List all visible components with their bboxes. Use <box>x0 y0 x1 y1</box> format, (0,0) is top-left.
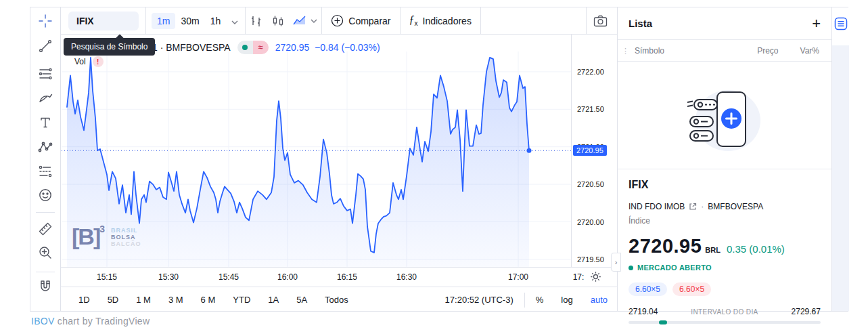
compare-button[interactable]: Comparar <box>331 14 390 27</box>
chart-area[interactable]: 2720.95 2722.002721.502721.002720.502720… <box>61 35 617 267</box>
range-button-ytd[interactable]: YTD <box>233 295 250 305</box>
symbol-details: IFIX IND FDO IMOB · BMFBOVESPA Índice 27… <box>618 169 831 324</box>
column-var[interactable]: Var% <box>800 46 819 56</box>
gear-icon <box>590 271 601 282</box>
ruler-tool-button[interactable] <box>35 219 55 239</box>
price-tick-label: 2722.00 <box>577 68 604 76</box>
log-scale-button[interactable]: log <box>561 295 572 305</box>
time-tick-label: 16:15 <box>337 272 357 282</box>
snapshot-button[interactable] <box>593 15 608 27</box>
zoom-in-icon <box>38 245 53 260</box>
trend-line-tool-button[interactable] <box>35 36 55 56</box>
indicators-button[interactable]: ƒx Indicadores <box>409 14 472 27</box>
b3-watermark: [B]3 BRASIL BOLSA BALCÃO <box>72 223 141 250</box>
symbol-search-button[interactable]: IFIX <box>68 12 139 30</box>
time-tick-label: 15:45 <box>219 272 239 282</box>
zoom-in-tool-button[interactable] <box>35 243 55 263</box>
details-price-row: 2720.95 BRL 0.35 (0.01%) <box>629 235 821 257</box>
external-link-icon[interactable] <box>689 203 697 211</box>
interval-button-30m[interactable]: 30m <box>175 13 204 29</box>
warning-badge[interactable]: ! <box>93 56 104 67</box>
price-axis[interactable]: 2720.95 2722.002721.502721.002720.502720… <box>571 35 617 267</box>
details-type: Índice <box>629 216 821 226</box>
bid-pill: 6.60×5 <box>629 282 667 296</box>
bottom-toolbar: 1D5D1 M3 M6 MYTD1A5ATodos 17:20:52 (UTC-… <box>61 287 617 312</box>
ruler-icon <box>38 222 53 236</box>
details-symbol: IFIX <box>629 179 821 191</box>
data-status-pill[interactable]: ≈ <box>237 41 269 54</box>
day-range-marker <box>659 320 667 324</box>
percent-scale-button[interactable]: % <box>536 295 544 305</box>
chevron-down-icon <box>311 19 317 23</box>
xabcd-pattern-tool-button[interactable] <box>35 137 55 157</box>
chart-column: IFIX 1m30m1h Comparar <box>61 7 617 311</box>
range-button-1d[interactable]: 1D <box>78 295 90 305</box>
market-open-dot-icon <box>629 266 633 270</box>
brush-icon <box>38 91 53 106</box>
circle-plus-icon <box>331 14 344 27</box>
toolbar-separator <box>480 7 481 34</box>
price-tick-label: 2720.50 <box>577 180 604 188</box>
panel-collapse-handle[interactable]: › <box>611 253 621 272</box>
indicators-label: Indicadores <box>423 16 472 26</box>
area-chart-icon <box>293 16 306 26</box>
watchlist-toggle-button[interactable] <box>833 16 848 34</box>
interval-button-1h[interactable]: 1h <box>205 13 227 29</box>
legend-symbol-text: 1 · BMFBOVESPA <box>152 42 231 53</box>
range-button-todos[interactable]: Todos <box>325 295 348 305</box>
range-button-6m[interactable]: 6 M <box>201 295 216 305</box>
market-status: MERCADO ABERTO <box>629 264 821 272</box>
column-symbol[interactable]: Símbolo <box>635 46 757 56</box>
auto-scale-button[interactable]: auto <box>591 295 608 305</box>
xabcd-pattern-icon <box>38 140 53 154</box>
emoji-icon <box>38 188 53 203</box>
candles-style-button[interactable] <box>271 15 285 27</box>
time-tick-label: 17: <box>573 272 585 282</box>
chart-settings-button[interactable] <box>590 271 601 285</box>
range-button-5a[interactable]: 5A <box>296 295 307 305</box>
right-rail <box>831 7 849 311</box>
bars-style-button[interactable] <box>250 15 263 27</box>
range-button-1m[interactable]: 1 M <box>136 295 151 305</box>
day-range-row: 2719.04 INTERVALO DO DIA 2729.67 <box>629 307 821 316</box>
day-low: 2719.04 <box>629 307 658 316</box>
toolbar-divider <box>36 212 55 213</box>
range-button-5d[interactable]: 5D <box>108 295 119 305</box>
details-exchange: BMFBOVESPA <box>708 202 763 211</box>
interval-button-1m[interactable]: 1m <box>152 13 175 29</box>
candles-icon <box>271 15 285 27</box>
long-short-position-tool-button[interactable] <box>35 161 55 182</box>
crosshair-icon <box>38 14 53 28</box>
column-price[interactable]: Preço <box>757 46 778 56</box>
area-style-button[interactable] <box>293 16 317 26</box>
time-tick-label: 17:00 <box>508 272 528 282</box>
interval-chevron-down-icon[interactable] <box>231 15 238 27</box>
chart-toolbar: IFIX 1m30m1h Comparar <box>61 7 617 35</box>
range-button-3m[interactable]: 3 M <box>168 295 183 305</box>
add-symbol-button[interactable]: + <box>812 17 821 30</box>
day-high: 2729.67 <box>792 307 821 316</box>
brush-tool-button[interactable] <box>35 88 55 108</box>
attribution-symbol-link[interactable]: IBOV <box>31 316 55 327</box>
interval-group: 1m30m1h <box>152 13 226 29</box>
crosshair-tool-button[interactable] <box>35 11 55 31</box>
magnet-tool-button[interactable] <box>35 276 55 297</box>
green-dot-icon <box>242 45 248 50</box>
details-name: IND FDO IMOB <box>629 202 685 211</box>
fib-lines-tool-button[interactable] <box>35 64 55 84</box>
bid-ask-row: 6.60×5 6.60×5 <box>629 282 821 296</box>
clock[interactable]: 17:20:52 (UTC-3) <box>445 295 513 305</box>
price-tick-label: 2720.00 <box>577 218 604 226</box>
emoji-tool-button[interactable] <box>35 185 55 205</box>
bars-icon <box>250 15 263 27</box>
range-button-1a[interactable]: 1A <box>268 295 279 305</box>
fx-icon: ƒx <box>409 14 418 27</box>
text-tool-button[interactable] <box>35 112 55 133</box>
details-name-row: IND FDO IMOB · BMFBOVESPA <box>629 202 821 211</box>
camera-icon <box>593 15 608 27</box>
drag-handle-icon[interactable]: ⋮ <box>622 47 629 54</box>
b3-logo: [B]3 <box>72 223 105 250</box>
time-axis[interactable]: 15:1515:3015:4516:0016:1516:3017:0017: <box>61 267 617 287</box>
volume-label[interactable]: Vol <box>74 57 86 66</box>
trend-line-icon <box>38 39 53 54</box>
